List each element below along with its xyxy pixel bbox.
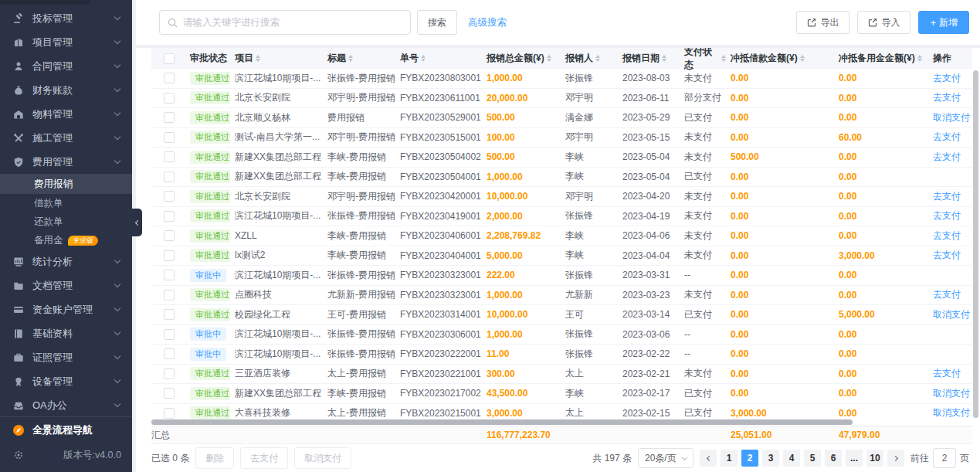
search-input[interactable] (183, 17, 402, 28)
sort-icon[interactable] (595, 55, 600, 62)
row-action-link[interactable]: 取消支付 (933, 407, 970, 418)
next-page-button[interactable] (887, 450, 904, 467)
project-cell: 滨江花城10期项目-... (230, 269, 323, 282)
sidebar-item-费用管理[interactable]: 费用管理 (0, 150, 132, 174)
cancel-pay-button[interactable]: 取消支付 (294, 447, 351, 469)
row-action-link[interactable]: 取消支付 (933, 388, 970, 399)
row-checkbox[interactable] (164, 171, 175, 182)
table-row: 审批通过 北京长安剧院 邓宇明-费用报销 FYBX20230611001 20,… (151, 89, 972, 109)
sidebar-item-物料管理[interactable]: 物料管理 (0, 102, 132, 126)
sidebar-item-投标管理[interactable]: 投标管理 (0, 6, 132, 30)
sidebar-subitem-借款单[interactable]: 借款单 (0, 194, 132, 212)
row-checkbox[interactable] (164, 151, 175, 162)
sidebar-item-财务账款[interactable]: 财务账款 (0, 78, 132, 102)
import-button[interactable]: 导入 (857, 11, 910, 34)
row-action-link[interactable]: 去支付 (933, 210, 961, 221)
sort-icon[interactable] (547, 55, 551, 62)
sidebar-item-项目管理[interactable]: 项目管理 (0, 30, 132, 54)
pay-button[interactable]: 去支付 (240, 447, 288, 469)
sort-icon[interactable] (662, 55, 666, 62)
row-action-link[interactable]: 去支付 (933, 151, 961, 162)
sort-icon[interactable] (917, 55, 922, 62)
sidebar-item-OA办公[interactable]: OA办公 (0, 393, 132, 416)
row-checkbox[interactable] (164, 348, 175, 359)
title-cell: 张振锋-费用报销 (323, 328, 395, 341)
page-button[interactable]: 4 (783, 450, 800, 467)
page-button[interactable]: 5 (804, 450, 821, 467)
row-action-link[interactable]: 去支付 (933, 92, 961, 103)
sort-icon[interactable] (421, 55, 426, 62)
row-action-link[interactable]: 去支付 (933, 230, 961, 241)
pay-status-cell: 未支付 (680, 209, 726, 222)
prev-page-button[interactable] (700, 450, 717, 467)
row-checkbox[interactable] (164, 73, 175, 83)
sidebar-item-证照管理[interactable]: 证照管理 (0, 345, 132, 369)
docno-cell: FYBX20230222001 (395, 348, 482, 359)
date-cell: 2023-04-04 (618, 250, 680, 261)
page-button[interactable]: 1 (721, 450, 738, 467)
sidebar-item-panorama-nav[interactable]: 全景流程导航 (0, 416, 132, 443)
horizontal-scrollbar[interactable] (151, 419, 853, 425)
row-checkbox[interactable] (164, 112, 175, 123)
row-checkbox[interactable] (164, 368, 175, 379)
horizontal-scrollbar-track (151, 419, 972, 426)
page-ellipsis-button[interactable]: ... (846, 450, 863, 467)
row-checkbox[interactable] (164, 309, 175, 320)
sidebar-item-合同管理[interactable]: 合同管理 (0, 54, 132, 78)
project-cell: 北京长安剧院 (230, 190, 323, 203)
sidebar-item-label: 合同管理 (32, 59, 73, 73)
sort-icon[interactable] (800, 55, 805, 62)
row-action-link[interactable]: 取消支付 (933, 309, 970, 320)
sidebar-subitem-费用报销[interactable]: 费用报销 (0, 174, 132, 194)
row-action-link[interactable]: 去支付 (933, 368, 961, 379)
row-action-link[interactable]: 去支付 (933, 191, 961, 202)
page-button[interactable]: 3 (762, 450, 779, 467)
row-checkbox[interactable] (164, 132, 175, 143)
sort-icon[interactable] (348, 55, 353, 62)
row-action-link[interactable]: 去支付 (933, 289, 961, 300)
goto-page-input[interactable] (933, 448, 956, 468)
row-action-link[interactable]: 去支付 (933, 73, 961, 83)
row-action-link[interactable]: 去支付 (933, 131, 961, 142)
row-checkbox[interactable] (164, 290, 175, 301)
row-action-link[interactable]: 去支付 (933, 250, 961, 260)
sidebar-collapse-handle[interactable] (132, 209, 142, 236)
gear-icon[interactable] (12, 449, 25, 461)
pay-status-cell: 已支付 (680, 170, 726, 183)
sidebar-item-资金账户管理[interactable]: 资金账户管理 (0, 297, 132, 321)
row-checkbox[interactable] (164, 329, 175, 340)
row-checkbox[interactable] (164, 408, 175, 419)
sidebar-item-设备管理[interactable]: 设备管理 (0, 369, 132, 393)
sidebar-item-基础资料[interactable]: 基础资料 (0, 321, 132, 345)
page-size-select[interactable]: 20条/页 (638, 448, 693, 468)
row-action-link[interactable]: 取消支付 (933, 112, 970, 123)
row-checkbox[interactable] (164, 270, 175, 280)
row-checkbox[interactable] (164, 93, 175, 104)
page-button[interactable]: 2 (741, 450, 758, 467)
search-button[interactable]: 搜索 (417, 10, 457, 35)
row-checkbox[interactable] (164, 388, 175, 399)
sidebar-item-统计分析[interactable]: 统计分析 (0, 250, 132, 273)
sidebar-item-施工管理[interactable]: 施工管理 (0, 126, 132, 150)
sidebar-subitem-还款单[interactable]: 还款单 (0, 212, 132, 231)
page-button[interactable]: 10 (866, 450, 883, 467)
person-cell: 邓宇明 (561, 91, 618, 104)
page-button[interactable]: 6 (825, 450, 842, 467)
sidebar-item-文档管理[interactable]: 文档管理 (0, 273, 132, 297)
status-badge: 审批通过 (190, 111, 230, 124)
select-all-checkbox[interactable] (164, 53, 175, 64)
export-button[interactable]: 导出 (796, 11, 849, 34)
row-checkbox[interactable] (164, 230, 175, 241)
chevron-down-icon (114, 353, 120, 359)
sort-icon[interactable] (256, 55, 260, 62)
amount-cell: 10,000.00 (482, 309, 561, 320)
delete-button[interactable]: 删除 (195, 447, 234, 469)
row-checkbox[interactable] (164, 250, 175, 261)
shield-icon (12, 156, 25, 168)
advanced-search-link[interactable]: 高级搜索 (468, 16, 507, 29)
row-checkbox[interactable] (164, 191, 175, 202)
vertical-scrollbar[interactable] (973, 70, 978, 418)
sidebar-subitem-备用金[interactable]: 备用金 专业版 (0, 231, 132, 250)
add-button[interactable]: + 新增 (918, 11, 969, 34)
row-checkbox[interactable] (164, 211, 175, 222)
